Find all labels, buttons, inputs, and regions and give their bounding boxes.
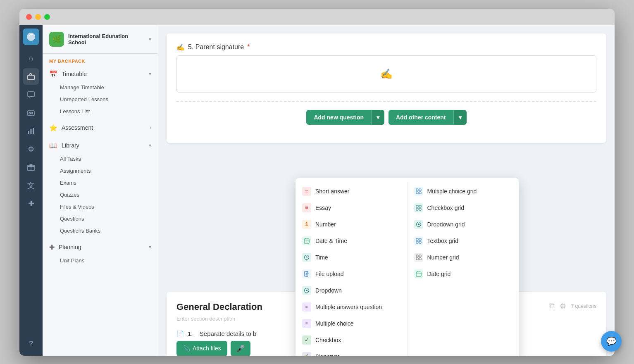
add-new-question-label: Add new question — [306, 110, 371, 125]
library-icon: 📖 — [49, 142, 57, 150]
svg-rect-27 — [416, 255, 418, 257]
mic-icon: 🎤 — [236, 345, 245, 352]
dropdown-item-time[interactable]: Time — [296, 249, 407, 266]
chat-icon[interactable] — [23, 86, 39, 103]
school-header[interactable]: 🌿 International Edunation School ▾ — [43, 25, 158, 54]
minimize-dot[interactable] — [35, 14, 41, 20]
dropdown-item-file-upload[interactable]: File upload — [296, 266, 407, 282]
add-new-question-button[interactable]: Add new question ▾ — [306, 110, 384, 125]
timetable-chevron-icon: ▾ — [149, 71, 151, 77]
dropdown-item-number[interactable]: 1 Number — [296, 216, 407, 233]
multiple-choice-icon: ≡ — [302, 319, 311, 328]
left-nav: 🌿 International Edunation School ▾ MY BA… — [43, 25, 158, 356]
timetable-group-header[interactable]: 📅 Timetable ▾ — [43, 67, 158, 81]
dropdown-type-icon — [302, 286, 311, 295]
nav-group-planning: ✚ Planning ▾ Unit Plans — [43, 238, 158, 268]
dropdown-item-date-grid[interactable]: Date grid — [408, 266, 519, 282]
date-grid-icon — [414, 269, 423, 278]
svg-point-3 — [29, 112, 31, 114]
dropdown-item-short-answer[interactable]: ≡ Short answer — [296, 183, 407, 200]
dropdown-item-mc-grid[interactable]: Multiple choice grid — [408, 183, 519, 200]
section-description[interactable]: Enter section description — [176, 316, 262, 322]
dropdown-item-multiple-choice[interactable]: ≡ Multiple choice — [296, 315, 407, 332]
sidebar-item-files-videos[interactable]: Files & Videos — [43, 201, 158, 213]
timetable-label: Timetable — [62, 71, 145, 77]
dropdown-item-signature[interactable]: ✍ Signature — [296, 348, 407, 356]
section-settings-icon[interactable]: ⚙ — [560, 302, 566, 311]
add-other-content-label: Add other content — [389, 110, 453, 125]
planning-label: Planning — [59, 244, 145, 250]
dropdown-item-essay[interactable]: ≡ Essay — [296, 200, 407, 216]
titlebar — [19, 9, 615, 25]
sidebar-item-questions[interactable]: Questions — [43, 213, 158, 225]
section-divider — [176, 101, 596, 102]
chat-fab-button[interactable]: 💬 — [601, 331, 622, 352]
planning-icon: ✚ — [49, 243, 55, 251]
help-icon[interactable]: ? — [23, 336, 39, 352]
signature-q-icon: ✍ — [176, 43, 185, 51]
microphone-button[interactable]: 🎤 — [231, 341, 250, 356]
library-group-header[interactable]: 📖 Library ▾ — [43, 138, 158, 153]
sidebar-item-unreported-lessons[interactable]: Unreported Lessons — [43, 93, 158, 105]
svg-rect-19 — [416, 208, 418, 210]
sidebar-item-questions-banks[interactable]: Questions Banks — [43, 225, 158, 237]
question-5-row: ✍ 5. Parent signature * ✍ — [176, 43, 596, 93]
attach-files-button[interactable]: 📎 Attach files — [176, 341, 227, 356]
dropdown-item-checkbox[interactable]: ✓ Checkbox — [296, 332, 407, 348]
svg-rect-25 — [416, 241, 418, 243]
sidebar-item-assignments[interactable]: Assignments — [43, 165, 158, 177]
signature-placeholder-icon: ✍ — [380, 68, 393, 80]
svg-rect-8 — [304, 239, 309, 243]
dropdown-item-multiple-answers[interactable]: ≡ Multiple answers question — [296, 299, 407, 315]
chart-icon[interactable] — [23, 123, 39, 139]
textbox-grid-icon — [414, 236, 423, 245]
copy-section-icon[interactable]: ⧉ — [549, 302, 555, 310]
gift-icon[interactable] — [23, 159, 39, 176]
question-type-dropdown: ≡ Short answer ≡ Essay 1 Number — [296, 178, 519, 356]
signature-box[interactable]: ✍ — [176, 55, 596, 93]
dropdown-item-number-grid[interactable]: Number grid — [408, 249, 519, 266]
add-other-content-button[interactable]: Add other content ▾ — [389, 110, 467, 125]
dropdown-item-dropdown[interactable]: Dropdown — [296, 282, 407, 299]
translate-icon[interactable]: 文 — [23, 177, 39, 194]
id-card-icon[interactable] — [23, 105, 39, 121]
timetable-icon: 📅 — [49, 70, 57, 78]
svg-rect-29 — [416, 258, 418, 260]
parent-signature-section: ✍ 5. Parent signature * ✍ Add new questi… — [167, 33, 606, 143]
svg-rect-15 — [416, 192, 418, 194]
add-question-dropdown-arrow[interactable]: ▾ — [371, 110, 384, 125]
dropdown-left-col: ≡ Short answer ≡ Essay 1 Number — [296, 181, 407, 356]
sidebar-item-manage-timetable[interactable]: Manage Timetable — [43, 81, 158, 93]
nav-group-assessment: ⭐ Assessment › — [43, 119, 158, 137]
svg-rect-26 — [419, 241, 421, 243]
number-icon: 1 — [302, 220, 311, 229]
essay-icon: ≡ — [302, 203, 311, 212]
assessment-group-header[interactable]: ⭐ Assessment › — [43, 121, 158, 135]
sidebar-item-exams[interactable]: Exams — [43, 177, 158, 189]
sidebar-item-lessons-list[interactable]: Lessons List — [43, 105, 158, 117]
app-body: ⌂ — [19, 25, 615, 356]
add-other-dropdown-arrow[interactable]: ▾ — [453, 110, 467, 125]
maximize-dot[interactable] — [44, 14, 50, 20]
settings-icon[interactable]: ⚙ — [23, 141, 39, 157]
home-icon[interactable]: ⌂ — [23, 50, 39, 67]
checkbox-grid-icon — [414, 203, 423, 212]
close-dot[interactable] — [26, 14, 32, 20]
date-time-icon — [302, 236, 311, 245]
plus-icon[interactable]: ✚ — [23, 195, 39, 212]
dropdown-item-date-time[interactable]: Date & Time — [296, 233, 407, 249]
dropdown-item-dropdown-grid[interactable]: Dropdown grid — [408, 216, 519, 233]
dropdown-item-checkbox-grid[interactable]: Checkbox grid — [408, 200, 519, 216]
svg-rect-17 — [416, 205, 418, 207]
briefcase-icon[interactable] — [23, 68, 39, 85]
svg-rect-5 — [31, 129, 32, 134]
sidebar-item-quizzes[interactable]: Quizzes — [43, 189, 158, 201]
assessment-chevron-icon: › — [150, 125, 151, 131]
mc-grid-icon — [414, 187, 423, 196]
sidebar-item-unit-plans[interactable]: Unit Plans — [43, 255, 158, 266]
dropdown-item-textbox-grid[interactable]: Textbox grid — [408, 233, 519, 249]
svg-rect-0 — [28, 75, 34, 80]
planning-group-header[interactable]: ✚ Planning ▾ — [43, 240, 158, 255]
svg-rect-16 — [419, 192, 421, 194]
sidebar-item-all-tasks[interactable]: All Tasks — [43, 153, 158, 165]
